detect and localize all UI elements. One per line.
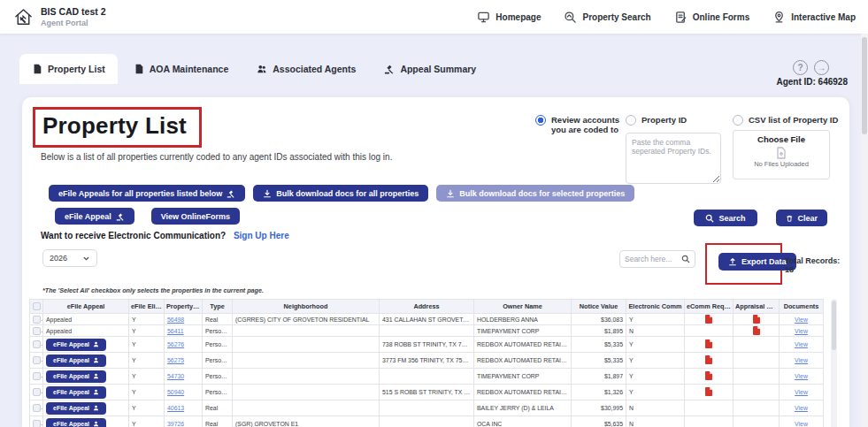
- page-scrollbar-thumb[interactable]: [862, 37, 867, 134]
- cell-property-id[interactable]: 56411: [165, 325, 203, 337]
- cell-efile-appeal[interactable]: eFile Appeal: [43, 369, 129, 385]
- cell-documents[interactable]: View: [780, 385, 824, 400]
- efile-appeal-row-button[interactable]: eFile Appeal: [46, 386, 106, 399]
- cell-ecomm-request[interactable]: [685, 353, 734, 369]
- cell-efile-appeal[interactable]: eFile Appeal: [43, 400, 129, 416]
- property-id-link[interactable]: 56411: [167, 328, 184, 334]
- cell-efile-appeal[interactable]: eFile Appeal: [43, 337, 129, 353]
- row-checkbox[interactable]: [33, 327, 41, 335]
- property-id-link[interactable]: 56276: [167, 341, 184, 347]
- efile-appeal-row-button[interactable]: eFile Appeal: [46, 339, 106, 351]
- radio-review-accounts[interactable]: Review accounts you are coded to: [535, 115, 633, 134]
- view-online-forms-button[interactable]: View OnlineForms: [151, 208, 240, 225]
- col-property-id[interactable]: Property ID ↓: [165, 300, 203, 314]
- view-documents-link[interactable]: View: [795, 373, 808, 379]
- cell-ecomm-request[interactable]: [685, 385, 734, 400]
- cell-select[interactable]: [30, 400, 43, 416]
- cell-ecomm-request[interactable]: [685, 369, 734, 385]
- tab-aoa-maintenance[interactable]: AOA Maintenance: [121, 54, 241, 84]
- cell-property-id[interactable]: 40613: [165, 400, 203, 416]
- efile-appeal-row-button[interactable]: eFile Appeal: [46, 418, 106, 427]
- efile-appeal-row-button[interactable]: eFile Appeal: [46, 370, 106, 383]
- tab-appeal-summary[interactable]: Appeal Summary: [372, 54, 488, 84]
- row-checkbox[interactable]: [33, 420, 41, 427]
- view-documents-link[interactable]: View: [795, 341, 808, 347]
- cell-documents[interactable]: View: [780, 400, 824, 416]
- row-checkbox[interactable]: [33, 388, 41, 396]
- nav-homepage[interactable]: Homepage: [477, 11, 541, 24]
- cell-property-id[interactable]: 39726: [165, 416, 203, 427]
- cell-efile-appeal[interactable]: eFile Appeal: [43, 353, 129, 369]
- cell-select[interactable]: [30, 314, 43, 325]
- view-documents-link[interactable]: View: [795, 357, 808, 363]
- cell-efile-appeal[interactable]: eFile Appeal: [43, 385, 129, 400]
- efile-appeal-row-button[interactable]: eFile Appeal: [46, 355, 106, 367]
- view-documents-link[interactable]: View: [795, 421, 808, 427]
- search-button[interactable]: Search: [694, 210, 757, 226]
- cell-property-id[interactable]: 56498: [165, 314, 203, 325]
- table-search-input[interactable]: [625, 255, 681, 263]
- cell-appraisal-notice[interactable]: [734, 325, 780, 337]
- sign-up-here-link[interactable]: Sign Up Here: [234, 231, 289, 240]
- property-id-link[interactable]: 40613: [167, 405, 184, 411]
- pdf-icon[interactable]: [753, 315, 760, 324]
- nav-property-search[interactable]: Property Search: [564, 11, 650, 24]
- pdf-icon[interactable]: [753, 326, 760, 335]
- cell-select[interactable]: [30, 353, 43, 369]
- pdf-icon[interactable]: [705, 315, 712, 324]
- view-documents-link[interactable]: View: [795, 405, 808, 411]
- property-id-link[interactable]: 50940: [167, 389, 184, 395]
- help-icon[interactable]: ?: [793, 60, 808, 75]
- bulk-download-all-button[interactable]: Bulk download docs for all properties: [253, 185, 428, 202]
- cell-documents[interactable]: View: [780, 416, 824, 427]
- radio-csv-list[interactable]: CSV list of Property ID: [733, 115, 838, 126]
- pdf-icon[interactable]: [705, 355, 712, 364]
- property-id-link[interactable]: 56275: [167, 357, 184, 363]
- clear-button[interactable]: Clear: [776, 210, 827, 226]
- cell-documents[interactable]: View: [780, 314, 824, 325]
- pdf-icon[interactable]: [705, 339, 712, 348]
- cell-appraisal-notice[interactable]: [734, 314, 780, 325]
- cell-select[interactable]: [30, 416, 43, 427]
- row-checkbox[interactable]: [33, 356, 41, 364]
- cell-documents[interactable]: View: [780, 353, 824, 369]
- cell-select[interactable]: [30, 325, 43, 337]
- cell-property-id[interactable]: 50940: [165, 385, 203, 400]
- row-checkbox[interactable]: [33, 404, 41, 412]
- property-id-link[interactable]: 39726: [167, 421, 184, 427]
- pdf-icon[interactable]: [705, 387, 712, 396]
- cell-documents[interactable]: View: [780, 325, 824, 337]
- cell-select[interactable]: [30, 385, 43, 400]
- tab-property-list[interactable]: Property List: [19, 54, 118, 84]
- property-id-link[interactable]: 54730: [167, 373, 184, 379]
- logout-arrow-icon[interactable]: →: [814, 60, 829, 75]
- view-documents-link[interactable]: View: [795, 328, 808, 334]
- radio-property-id[interactable]: Property ID: [626, 115, 687, 126]
- cell-select[interactable]: [30, 337, 43, 353]
- cell-efile-appeal[interactable]: eFile Appeal: [43, 416, 129, 427]
- cell-property-id[interactable]: 56275: [165, 353, 203, 369]
- efile-appeal-row-button[interactable]: eFile Appeal: [46, 402, 106, 415]
- row-checkbox[interactable]: [33, 340, 41, 348]
- efile-appeal-button[interactable]: eFile Appeal: [55, 208, 134, 225]
- pdf-icon[interactable]: [705, 371, 712, 380]
- choose-file-box[interactable]: Choose File No Files Uploaded: [733, 130, 830, 179]
- view-documents-link[interactable]: View: [795, 316, 808, 323]
- table-scrollbar[interactable]: [831, 299, 837, 427]
- select-all-checkbox[interactable]: [33, 302, 41, 310]
- search-icon[interactable]: [681, 255, 690, 263]
- view-documents-link[interactable]: View: [795, 389, 808, 395]
- nav-interactive-map[interactable]: Interactive Map: [772, 11, 856, 24]
- table-scrollbar-thumb[interactable]: [832, 301, 836, 350]
- cell-documents[interactable]: View: [780, 337, 824, 353]
- cell-documents[interactable]: View: [780, 369, 824, 385]
- nav-online-forms[interactable]: Online Forms: [674, 11, 749, 24]
- cell-property-id[interactable]: 56276: [165, 337, 203, 353]
- property-ids-textarea[interactable]: [626, 133, 721, 184]
- property-id-link[interactable]: 56498: [167, 316, 184, 323]
- page-scrollbar[interactable]: [861, 34, 868, 427]
- bulk-download-selected-button[interactable]: Bulk download docs for selected properti…: [436, 185, 634, 202]
- cell-select[interactable]: [30, 369, 43, 385]
- row-checkbox[interactable]: [33, 372, 41, 380]
- cell-ecomm-request[interactable]: [685, 337, 734, 353]
